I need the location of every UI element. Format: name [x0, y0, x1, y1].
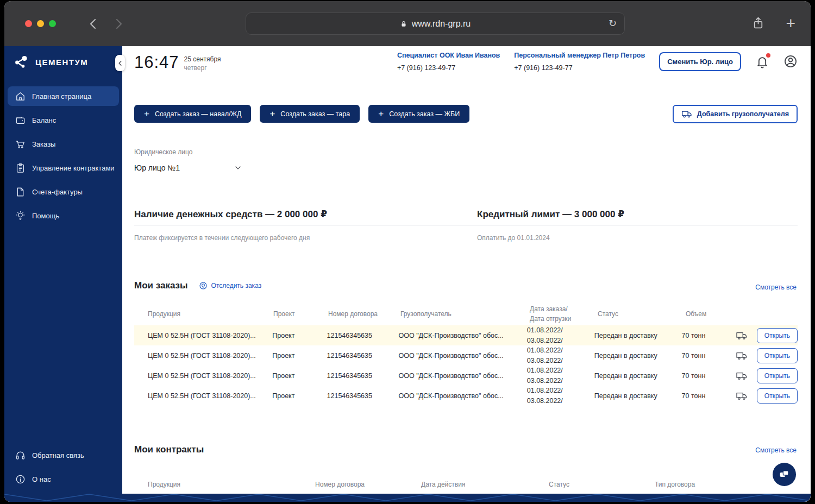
open-order-button[interactable]: Открыть	[757, 388, 798, 404]
manager-phone: +7 (916) 123-49-77	[514, 64, 645, 72]
add-consignee-button[interactable]: Добавить грузополучателя	[673, 105, 798, 123]
delivery-truck-icon[interactable]	[736, 351, 748, 361]
contracts-table-header: Продукция Номер договора Дата действия С…	[134, 473, 798, 496]
legal-entity-label: Юридическое лицо	[134, 148, 242, 156]
delivery-truck-icon[interactable]	[736, 391, 748, 401]
order-actions: + Создать заказ — навал/ЖД + Создать зак…	[134, 105, 798, 123]
create-order-zhbi-button[interactable]: + Создать заказ — ЖБИ	[368, 105, 469, 123]
current-weekday: четверг	[184, 64, 221, 73]
browser-chrome: www.rdn-grp.ru ↻ +	[4, 1, 811, 46]
sidebar-item-label: О нас	[32, 475, 51, 483]
sidebar-item-home[interactable]: Главная страница	[8, 86, 119, 106]
manager-contact: Персональный менеджер Петр Петров +7 (91…	[514, 52, 645, 72]
orders-see-all-link[interactable]: Смотреть все	[755, 284, 797, 291]
col-project: Проект	[273, 310, 328, 318]
legal-entity-value: Юр лицо №1	[134, 163, 180, 172]
current-time: 16:47	[134, 53, 179, 72]
cash-balance-note: Платеж фиксируется в течении следующего …	[134, 234, 310, 242]
current-date: 25 сентября	[184, 55, 221, 64]
create-order-tare-button[interactable]: + Создать заказ — тара	[260, 105, 360, 123]
minimize-window-button[interactable]	[37, 20, 44, 27]
specialist-contact: Специалист ООК Иван Иванов +7 (916) 123-…	[397, 52, 500, 72]
home-icon	[15, 91, 26, 102]
contracts-see-all-link[interactable]: Смотреть все	[755, 446, 797, 454]
footer-decor-strip	[4, 494, 811, 502]
sidebar-item-label: Баланс	[32, 116, 56, 124]
delivery-truck-icon[interactable]	[736, 371, 748, 381]
cart-icon	[15, 139, 26, 149]
col-dates: Дата заказа/ Дата отгрузки	[530, 304, 598, 324]
sidebar-footer: Обратная связь О нас	[8, 445, 119, 493]
open-order-button[interactable]: Открыть	[757, 368, 798, 383]
document-icon	[15, 187, 26, 197]
address-bar[interactable]: www.rdn-grp.ru ↻	[246, 12, 625, 35]
sidebar-collapse-button[interactable]	[115, 55, 125, 71]
col-dates: Дата действия	[421, 481, 549, 488]
logo: ЦЕМЕНТУМ	[4, 46, 122, 69]
sidebar-item-help[interactable]: Помощь	[8, 206, 119, 225]
specialist-phone: +7 (916) 123-49-77	[397, 64, 500, 72]
account-icon[interactable]	[783, 54, 798, 68]
col-consignee: Грузополучатель	[400, 310, 530, 318]
traffic-lights	[25, 20, 56, 27]
col-contract: Номер договора	[315, 481, 421, 488]
notifications-bell-icon[interactable]	[755, 54, 769, 68]
logo-text: ЦЕМЕНТУМ	[35, 58, 88, 67]
order-row[interactable]: ЦЕМ 0 52.5Н (ГОСТ 31108-2020)... Проект …	[134, 386, 798, 406]
browser-forward-icon[interactable]	[112, 17, 125, 30]
delivery-truck-icon[interactable]	[736, 331, 748, 341]
sidebar-item-orders[interactable]: Заказы	[8, 134, 119, 154]
specialist-name: Специалист ООК Иван Иванов	[397, 52, 500, 59]
orders-section-title: Мои заказы	[134, 280, 188, 291]
main-content: 16:47 25 сентября четверг Специалист ООК…	[122, 46, 811, 502]
share-icon[interactable]	[751, 16, 765, 32]
divider	[134, 225, 798, 226]
order-row[interactable]: ЦЕМ 0 52.5Н (ГОСТ 31108-2020)... Проект …	[134, 366, 798, 386]
orders-table-header: Продукция Проект Номер договора Грузопол…	[134, 303, 798, 325]
url-text: www.rdn-grp.ru	[412, 19, 471, 29]
track-order-icon	[199, 281, 208, 290]
sidebar-item-label: Помощь	[32, 212, 59, 220]
zoom-window-button[interactable]	[49, 20, 56, 27]
truck-icon	[681, 109, 692, 119]
browser-window: www.rdn-grp.ru ↻ + ЦЕМЕНТУМ Главная	[4, 1, 811, 502]
contracts-section-title: Мои контракты	[134, 444, 204, 455]
track-order-link[interactable]: Отследить заказ	[199, 281, 262, 290]
open-order-button[interactable]: Открыть	[757, 328, 798, 343]
close-window-button[interactable]	[25, 20, 32, 27]
plus-icon: +	[144, 109, 149, 119]
change-legal-entity-button[interactable]: Сменить Юр. лицо	[659, 52, 741, 71]
sidebar-menu: Главная страница Баланс Заказы	[4, 86, 122, 225]
lock-icon	[400, 20, 408, 28]
sidebar-item-about[interactable]: О нас	[8, 469, 119, 489]
order-row[interactable]: ЦЕМ 0 52.5Н (ГОСТ 31108-2020)... Проект …	[134, 345, 798, 366]
new-tab-icon[interactable]: +	[786, 16, 795, 30]
lightbulb-icon	[15, 211, 26, 221]
legal-entity-select[interactable]: Юр лицо №1	[134, 163, 242, 172]
wallet-icon	[15, 115, 26, 125]
manager-name: Персональный менеджер Петр Петров	[514, 52, 645, 59]
browser-back-icon[interactable]	[87, 17, 100, 30]
plus-icon: +	[378, 109, 384, 119]
sidebar-item-label: Главная страница	[32, 92, 91, 100]
col-status: Статус	[549, 481, 655, 488]
logo-molecule-icon	[14, 55, 30, 69]
chat-button[interactable]	[773, 463, 796, 486]
sidebar-item-contract-management[interactable]: Управление контрактами	[8, 158, 119, 178]
notification-badge	[766, 53, 770, 58]
col-volume: Объем	[686, 310, 740, 318]
order-row[interactable]: ЦЕМ 0 52.5Н (ГОСТ 31108-2020)... Проект …	[134, 325, 798, 345]
col-product: Продукция	[148, 310, 273, 318]
plus-icon: +	[269, 109, 275, 119]
open-order-button[interactable]: Открыть	[757, 348, 798, 363]
chevron-down-icon	[234, 164, 242, 172]
col-product: Продукция	[148, 481, 315, 488]
create-order-bulk-button[interactable]: + Создать заказ — навал/ЖД	[134, 105, 251, 123]
sidebar-item-balance[interactable]: Баланс	[8, 110, 119, 130]
cash-balance-title: Наличие денежных средств — 2 000 000 ₽	[134, 209, 327, 220]
reload-icon[interactable]: ↻	[609, 17, 617, 29]
sidebar-item-feedback[interactable]: Обратная связь	[8, 445, 119, 465]
sidebar-item-label: Счета-фактуры	[32, 188, 83, 196]
orders-table: Продукция Проект Номер договора Грузопол…	[134, 303, 798, 406]
sidebar-item-invoices[interactable]: Счета-фактуры	[8, 182, 119, 201]
